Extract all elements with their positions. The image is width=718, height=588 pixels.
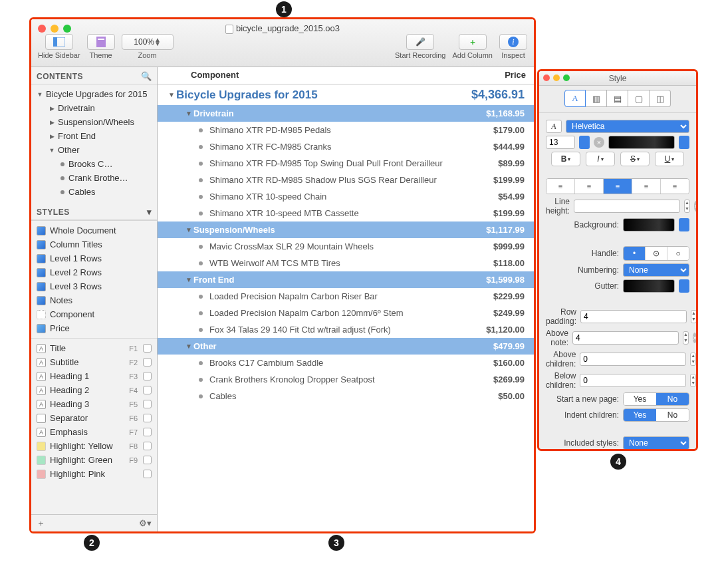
inspect-button[interactable]: iInspect xyxy=(499,34,527,59)
dropdown-icon[interactable]: ▾ xyxy=(147,207,152,217)
outline-item-row[interactable]: Cables$50.00 xyxy=(158,388,534,404)
style-row[interactable]: Column Titles xyxy=(31,237,157,251)
style-row[interactable]: Price xyxy=(31,321,157,335)
line-height-input[interactable] xyxy=(574,200,680,213)
named-style-row[interactable]: ATitleF1 xyxy=(31,341,157,355)
start-recording-button[interactable]: 🎤Start Recording xyxy=(395,34,445,59)
style-apply-checkbox[interactable] xyxy=(143,386,152,394)
above-children-input[interactable] xyxy=(580,353,686,366)
handle-option-2[interactable]: ⊙ xyxy=(645,247,667,260)
outline-item-row[interactable]: Loaded Precision Napalm Carbon 120mm/6º … xyxy=(158,305,534,321)
minimize-window-button[interactable] xyxy=(553,74,560,81)
theme-button[interactable]: Theme xyxy=(87,34,115,59)
stepper[interactable]: ▲▼ xyxy=(683,331,689,345)
color-menu-button[interactable] xyxy=(679,136,689,149)
clear-button[interactable]: × xyxy=(693,333,697,343)
close-window-button[interactable] xyxy=(543,74,550,81)
outline-item-row[interactable]: Fox 34 Talas 29 140 Fit Ctd w/trail adju… xyxy=(158,321,534,338)
style-row[interactable]: Level 2 Rows xyxy=(31,265,157,279)
outline-item-row[interactable]: Shimano XTR FD-M985 Top Swing Dual Pull … xyxy=(158,155,534,172)
included-styles-select[interactable]: None xyxy=(623,436,689,450)
strike-button[interactable]: S▾ xyxy=(620,152,650,166)
outline-item-row[interactable]: Shimano XTR PD-M985 Pedals$179.00 xyxy=(158,122,534,138)
align-justify-icon[interactable]: ≡ xyxy=(632,179,660,194)
outline-item-row[interactable]: Crank Brothers Kronolog Dropper Seatpost… xyxy=(158,371,534,388)
align-right-icon[interactable]: ≡ xyxy=(603,179,632,194)
tab-document[interactable]: ▢ xyxy=(628,90,650,107)
named-style-row[interactable]: AEmphasisF7 xyxy=(31,425,157,439)
outline-item-row[interactable]: Loaded Precision Napalm Carbon Riser Bar… xyxy=(158,288,534,305)
background-menu-button[interactable] xyxy=(679,218,689,231)
style-apply-checkbox[interactable] xyxy=(143,456,152,464)
style-row[interactable]: Component xyxy=(31,307,157,321)
gutter-menu-button[interactable] xyxy=(679,279,689,293)
style-row[interactable]: Whole Document xyxy=(31,223,157,237)
tree-item[interactable]: Crank Brothe… xyxy=(31,171,157,185)
outline-item-row[interactable]: WTB Weirwolf AM TCS MTB Tires$118.00 xyxy=(158,255,534,271)
tab-outline[interactable]: ▤ xyxy=(607,90,628,107)
clear-font-size-button[interactable]: × xyxy=(594,137,604,148)
indent-children-toggle[interactable]: YesNo xyxy=(623,408,689,422)
style-row[interactable]: Level 1 Rows xyxy=(31,251,157,265)
named-style-row[interactable]: AHeading 2F4 xyxy=(31,383,157,397)
style-apply-checkbox[interactable] xyxy=(143,470,152,478)
outline-item-row[interactable]: Shimano XTR 10-speed Chain$54.99 xyxy=(158,188,534,205)
tree-item[interactable]: ▼Other xyxy=(31,143,157,157)
outline-group-row[interactable]: ▼Front End$1,599.98 xyxy=(158,271,534,288)
tree-root[interactable]: ▼Bicycle Upgrades for 2015 xyxy=(31,87,157,101)
bold-button[interactable]: B▾ xyxy=(551,152,580,166)
outline-item-row[interactable]: Shimano XTR 10-speed MTB Cassette$199.99 xyxy=(158,205,534,221)
named-style-row[interactable]: SeparatorF6 xyxy=(31,411,157,425)
named-style-row[interactable]: ASubtitleF2 xyxy=(31,355,157,369)
font-size-input[interactable] xyxy=(546,136,575,149)
column-component[interactable]: Component xyxy=(191,70,453,80)
below-children-input[interactable] xyxy=(580,374,686,387)
gear-icon[interactable]: ⚙︎▾ xyxy=(139,518,152,528)
align-center-icon[interactable]: ≡ xyxy=(574,179,603,194)
style-apply-checkbox[interactable] xyxy=(143,400,152,408)
style-row[interactable]: Level 3 Rows xyxy=(31,279,157,293)
zoom-select[interactable]: 100%▲▼Zoom xyxy=(122,34,174,59)
outline-item-row[interactable]: Brooks C17 Cambium Saddle$160.00 xyxy=(158,355,534,371)
numbering-select[interactable]: None xyxy=(623,263,689,277)
tab-style[interactable]: A xyxy=(564,90,586,107)
style-apply-checkbox[interactable] xyxy=(143,372,152,380)
font-family-select[interactable]: Helvetica xyxy=(566,120,689,133)
outline-group-row[interactable]: ▼Drivetrain$1,168.95 xyxy=(158,105,534,122)
tree-item[interactable]: ▶Suspension/Wheels xyxy=(31,115,157,129)
tree-item[interactable]: ▶Drivetrain xyxy=(31,101,157,115)
named-style-row[interactable]: Highlight: YellowF8 xyxy=(31,439,157,453)
tab-columns[interactable]: ▥ xyxy=(586,90,607,107)
named-style-row[interactable]: Highlight: Pink xyxy=(31,467,157,481)
font-size-stepper[interactable] xyxy=(579,136,590,149)
handle-option-3[interactable]: ○ xyxy=(667,247,689,260)
background-color-well[interactable] xyxy=(623,218,675,231)
text-color-well[interactable] xyxy=(608,136,675,149)
zoom-window-button[interactable] xyxy=(563,74,570,81)
stepper[interactable]: ▲▼ xyxy=(690,353,696,366)
outline-group-row[interactable]: ▼Other$479.99 xyxy=(158,338,534,355)
line-height-stepper[interactable]: ▲▼ xyxy=(684,200,690,213)
tree-item[interactable]: Cables xyxy=(31,185,157,199)
tree-item[interactable]: Brooks C… xyxy=(31,157,157,171)
column-price[interactable]: Price xyxy=(453,70,526,80)
underline-button[interactable]: U▾ xyxy=(655,152,684,166)
style-apply-checkbox[interactable] xyxy=(143,428,152,436)
style-apply-checkbox[interactable] xyxy=(143,344,152,353)
above-note-input[interactable] xyxy=(572,331,679,345)
row-padding-input[interactable] xyxy=(580,310,687,323)
handle-option-1[interactable]: • xyxy=(624,247,645,260)
align-natural-icon[interactable]: ≡ xyxy=(660,179,689,194)
add-style-button[interactable]: ＋ xyxy=(37,517,45,529)
search-icon[interactable]: 🔍 xyxy=(141,71,152,81)
named-style-row[interactable]: AHeading 1F3 xyxy=(31,369,157,383)
named-style-row[interactable]: AHeading 3F5 xyxy=(31,397,157,411)
style-apply-checkbox[interactable] xyxy=(143,442,152,450)
gutter-color-well[interactable] xyxy=(623,279,675,293)
outline-item-row[interactable]: Shimano XTR FC-M985 Cranks$444.99 xyxy=(158,138,534,155)
font-picker-button[interactable]: A xyxy=(546,120,562,133)
align-left-icon[interactable]: ≡ xyxy=(546,179,574,194)
outline-item-row[interactable]: Mavic CrossMax SLR 29 Mountain Wheels$99… xyxy=(158,238,534,255)
clear-button[interactable]: × xyxy=(694,201,698,212)
start-new-page-toggle[interactable]: YesNo xyxy=(623,392,689,406)
